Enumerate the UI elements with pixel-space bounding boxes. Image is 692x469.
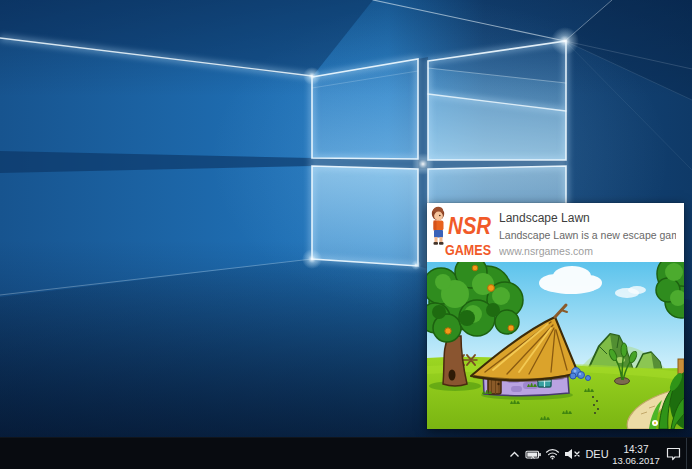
battery-charging-icon bbox=[525, 449, 542, 460]
system-tray: DEU 14:37 13.06.2017 bbox=[505, 438, 692, 469]
escape-game-scene-art bbox=[427, 262, 684, 429]
show-desktop-button[interactable] bbox=[686, 438, 692, 469]
scene-signpost bbox=[678, 359, 684, 374]
nsr-games-logo-icon: NSR GAMES bbox=[427, 203, 493, 262]
browser-notification-toast[interactable]: NSR GAMES Landscape Lawn Landscape Lawn … bbox=[427, 203, 684, 429]
volume-muted-icon bbox=[564, 448, 581, 460]
clock-date: 13.06.2017 bbox=[612, 455, 660, 466]
taskbar-clock[interactable]: 14:37 13.06.2017 bbox=[611, 438, 661, 469]
taskbar: DEU 14:37 13.06.2017 bbox=[0, 437, 692, 469]
notification-source-url: www.nsrgames.com bbox=[499, 245, 676, 257]
wifi-icon bbox=[545, 448, 560, 460]
show-hidden-icons-button[interactable] bbox=[505, 438, 523, 469]
logo-text-nsr: NSR bbox=[448, 212, 492, 239]
network-status-button[interactable] bbox=[543, 438, 561, 469]
notification-body: Landscape Lawn is a new escape games,ne.… bbox=[499, 229, 676, 241]
notification-text-block: Landscape Lawn Landscape Lawn is a new e… bbox=[493, 203, 684, 262]
battery-status-button[interactable] bbox=[523, 438, 543, 469]
action-center-button[interactable] bbox=[661, 438, 686, 469]
notification-header: NSR GAMES Landscape Lawn Landscape Lawn … bbox=[427, 203, 684, 262]
logo-text-games: GAMES bbox=[445, 241, 491, 258]
clock-time: 14:37 bbox=[612, 444, 660, 455]
notification-image[interactable] bbox=[427, 262, 684, 429]
windows-desktop-screen: NSR GAMES Landscape Lawn Landscape Lawn … bbox=[0, 0, 692, 469]
action-center-icon bbox=[666, 447, 681, 461]
chevron-up-icon bbox=[509, 451, 520, 458]
nsr-games-logo-art: NSR GAMES bbox=[427, 203, 493, 262]
language-indicator[interactable]: DEU bbox=[583, 438, 611, 469]
volume-button[interactable] bbox=[561, 438, 583, 469]
notification-title: Landscape Lawn bbox=[499, 211, 676, 225]
